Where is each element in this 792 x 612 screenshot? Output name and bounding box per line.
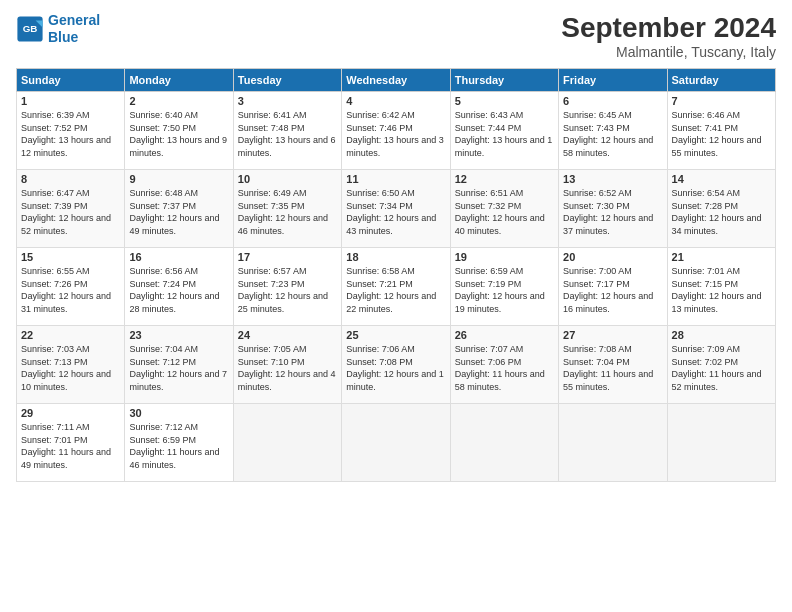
- day-info: Sunrise: 7:12 AMSunset: 6:59 PMDaylight:…: [129, 421, 228, 471]
- day-info: Sunrise: 6:45 AMSunset: 7:43 PMDaylight:…: [563, 109, 662, 159]
- day-info: Sunrise: 7:00 AMSunset: 7:17 PMDaylight:…: [563, 265, 662, 315]
- day-number: 28: [672, 329, 771, 341]
- day-info: Sunrise: 6:48 AMSunset: 7:37 PMDaylight:…: [129, 187, 228, 237]
- day-info: Sunrise: 6:52 AMSunset: 7:30 PMDaylight:…: [563, 187, 662, 237]
- location-title: Malmantile, Tuscany, Italy: [561, 44, 776, 60]
- day-number: 1: [21, 95, 120, 107]
- day-cell: 14 Sunrise: 6:54 AMSunset: 7:28 PMDaylig…: [667, 170, 775, 248]
- day-info: Sunrise: 7:03 AMSunset: 7:13 PMDaylight:…: [21, 343, 120, 393]
- day-number: 21: [672, 251, 771, 263]
- day-cell: 25 Sunrise: 7:06 AMSunset: 7:08 PMDaylig…: [342, 326, 450, 404]
- col-thursday: Thursday: [450, 69, 558, 92]
- day-cell: 17 Sunrise: 6:57 AMSunset: 7:23 PMDaylig…: [233, 248, 341, 326]
- logo: GB General Blue: [16, 12, 100, 46]
- header-row: Sunday Monday Tuesday Wednesday Thursday…: [17, 69, 776, 92]
- day-info: Sunrise: 6:42 AMSunset: 7:46 PMDaylight:…: [346, 109, 445, 159]
- day-info: Sunrise: 7:06 AMSunset: 7:08 PMDaylight:…: [346, 343, 445, 393]
- day-number: 4: [346, 95, 445, 107]
- day-cell: 1 Sunrise: 6:39 AMSunset: 7:52 PMDayligh…: [17, 92, 125, 170]
- day-info: Sunrise: 6:49 AMSunset: 7:35 PMDaylight:…: [238, 187, 337, 237]
- month-title: September 2024: [561, 12, 776, 44]
- calendar-week: 8 Sunrise: 6:47 AMSunset: 7:39 PMDayligh…: [17, 170, 776, 248]
- empty-cell: [559, 404, 667, 482]
- title-area: September 2024 Malmantile, Tuscany, Ital…: [561, 12, 776, 60]
- day-number: 30: [129, 407, 228, 419]
- day-cell: 4 Sunrise: 6:42 AMSunset: 7:46 PMDayligh…: [342, 92, 450, 170]
- day-info: Sunrise: 6:56 AMSunset: 7:24 PMDaylight:…: [129, 265, 228, 315]
- calendar-week: 15 Sunrise: 6:55 AMSunset: 7:26 PMDaylig…: [17, 248, 776, 326]
- day-cell: 22 Sunrise: 7:03 AMSunset: 7:13 PMDaylig…: [17, 326, 125, 404]
- day-cell: 12 Sunrise: 6:51 AMSunset: 7:32 PMDaylig…: [450, 170, 558, 248]
- day-number: 8: [21, 173, 120, 185]
- day-info: Sunrise: 6:41 AMSunset: 7:48 PMDaylight:…: [238, 109, 337, 159]
- day-cell: 20 Sunrise: 7:00 AMSunset: 7:17 PMDaylig…: [559, 248, 667, 326]
- day-cell: 2 Sunrise: 6:40 AMSunset: 7:50 PMDayligh…: [125, 92, 233, 170]
- col-saturday: Saturday: [667, 69, 775, 92]
- day-cell: 21 Sunrise: 7:01 AMSunset: 7:15 PMDaylig…: [667, 248, 775, 326]
- day-info: Sunrise: 7:08 AMSunset: 7:04 PMDaylight:…: [563, 343, 662, 393]
- day-info: Sunrise: 6:57 AMSunset: 7:23 PMDaylight:…: [238, 265, 337, 315]
- col-tuesday: Tuesday: [233, 69, 341, 92]
- logo-line2: Blue: [48, 29, 78, 45]
- day-info: Sunrise: 6:55 AMSunset: 7:26 PMDaylight:…: [21, 265, 120, 315]
- day-cell: 3 Sunrise: 6:41 AMSunset: 7:48 PMDayligh…: [233, 92, 341, 170]
- day-cell: 10 Sunrise: 6:49 AMSunset: 7:35 PMDaylig…: [233, 170, 341, 248]
- empty-cell: [233, 404, 341, 482]
- day-number: 19: [455, 251, 554, 263]
- page-container: GB General Blue September 2024 Malmantil…: [0, 0, 792, 494]
- logo-line1: General: [48, 12, 100, 28]
- col-sunday: Sunday: [17, 69, 125, 92]
- day-number: 23: [129, 329, 228, 341]
- day-number: 26: [455, 329, 554, 341]
- day-cell: 9 Sunrise: 6:48 AMSunset: 7:37 PMDayligh…: [125, 170, 233, 248]
- day-cell: 19 Sunrise: 6:59 AMSunset: 7:19 PMDaylig…: [450, 248, 558, 326]
- day-info: Sunrise: 6:54 AMSunset: 7:28 PMDaylight:…: [672, 187, 771, 237]
- day-info: Sunrise: 6:51 AMSunset: 7:32 PMDaylight:…: [455, 187, 554, 237]
- header: GB General Blue September 2024 Malmantil…: [16, 12, 776, 60]
- day-number: 6: [563, 95, 662, 107]
- day-info: Sunrise: 6:43 AMSunset: 7:44 PMDaylight:…: [455, 109, 554, 159]
- calendar-week: 29 Sunrise: 7:11 AMSunset: 7:01 PMDaylig…: [17, 404, 776, 482]
- day-number: 11: [346, 173, 445, 185]
- day-cell: 15 Sunrise: 6:55 AMSunset: 7:26 PMDaylig…: [17, 248, 125, 326]
- day-cell: 29 Sunrise: 7:11 AMSunset: 7:01 PMDaylig…: [17, 404, 125, 482]
- day-number: 22: [21, 329, 120, 341]
- day-cell: 5 Sunrise: 6:43 AMSunset: 7:44 PMDayligh…: [450, 92, 558, 170]
- day-info: Sunrise: 6:47 AMSunset: 7:39 PMDaylight:…: [21, 187, 120, 237]
- empty-cell: [450, 404, 558, 482]
- day-cell: 24 Sunrise: 7:05 AMSunset: 7:10 PMDaylig…: [233, 326, 341, 404]
- day-info: Sunrise: 7:04 AMSunset: 7:12 PMDaylight:…: [129, 343, 228, 393]
- day-info: Sunrise: 6:50 AMSunset: 7:34 PMDaylight:…: [346, 187, 445, 237]
- day-number: 24: [238, 329, 337, 341]
- day-cell: 8 Sunrise: 6:47 AMSunset: 7:39 PMDayligh…: [17, 170, 125, 248]
- day-cell: 23 Sunrise: 7:04 AMSunset: 7:12 PMDaylig…: [125, 326, 233, 404]
- day-info: Sunrise: 6:40 AMSunset: 7:50 PMDaylight:…: [129, 109, 228, 159]
- day-info: Sunrise: 6:46 AMSunset: 7:41 PMDaylight:…: [672, 109, 771, 159]
- day-info: Sunrise: 7:07 AMSunset: 7:06 PMDaylight:…: [455, 343, 554, 393]
- calendar-table: Sunday Monday Tuesday Wednesday Thursday…: [16, 68, 776, 482]
- day-number: 25: [346, 329, 445, 341]
- day-info: Sunrise: 7:01 AMSunset: 7:15 PMDaylight:…: [672, 265, 771, 315]
- empty-cell: [667, 404, 775, 482]
- day-number: 10: [238, 173, 337, 185]
- day-cell: 28 Sunrise: 7:09 AMSunset: 7:02 PMDaylig…: [667, 326, 775, 404]
- col-monday: Monday: [125, 69, 233, 92]
- day-number: 13: [563, 173, 662, 185]
- day-info: Sunrise: 7:11 AMSunset: 7:01 PMDaylight:…: [21, 421, 120, 471]
- day-number: 5: [455, 95, 554, 107]
- day-number: 20: [563, 251, 662, 263]
- svg-text:GB: GB: [23, 23, 38, 34]
- day-number: 2: [129, 95, 228, 107]
- day-cell: 26 Sunrise: 7:07 AMSunset: 7:06 PMDaylig…: [450, 326, 558, 404]
- calendar-week: 22 Sunrise: 7:03 AMSunset: 7:13 PMDaylig…: [17, 326, 776, 404]
- day-cell: 7 Sunrise: 6:46 AMSunset: 7:41 PMDayligh…: [667, 92, 775, 170]
- day-number: 12: [455, 173, 554, 185]
- day-cell: 13 Sunrise: 6:52 AMSunset: 7:30 PMDaylig…: [559, 170, 667, 248]
- day-info: Sunrise: 6:58 AMSunset: 7:21 PMDaylight:…: [346, 265, 445, 315]
- day-cell: 16 Sunrise: 6:56 AMSunset: 7:24 PMDaylig…: [125, 248, 233, 326]
- day-cell: 11 Sunrise: 6:50 AMSunset: 7:34 PMDaylig…: [342, 170, 450, 248]
- logo-text: General Blue: [48, 12, 100, 46]
- day-cell: 6 Sunrise: 6:45 AMSunset: 7:43 PMDayligh…: [559, 92, 667, 170]
- day-number: 14: [672, 173, 771, 185]
- col-friday: Friday: [559, 69, 667, 92]
